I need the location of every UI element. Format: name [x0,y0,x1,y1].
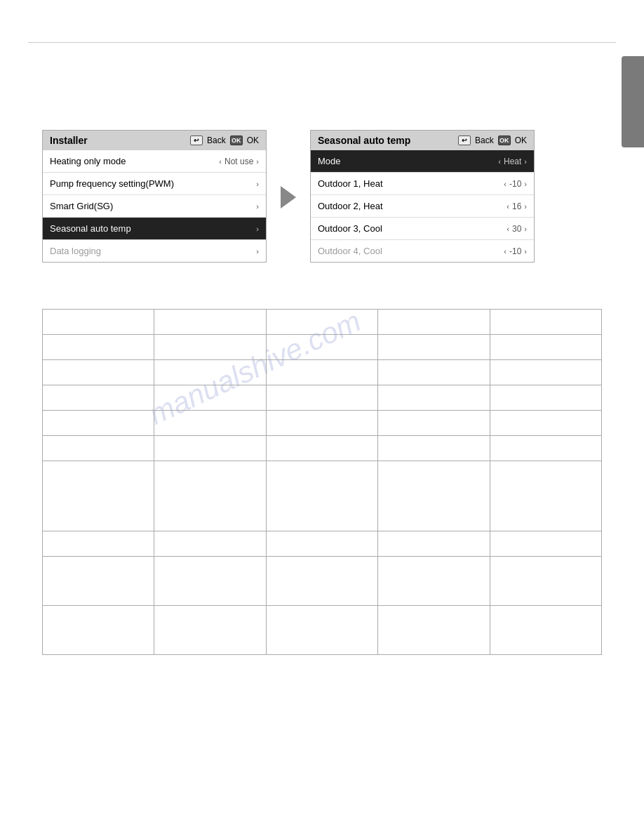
seasonal-row-label-outdoor3: Outdoor 3, Cool [318,223,382,234]
back-label: Back [207,135,226,145]
table-row [43,606,602,655]
right-sidebar-bar [622,56,644,147]
table-cell [154,461,266,531]
seasonal-row-value-outdoor4: ‹ -10 › [504,246,527,256]
table-cell [378,310,490,335]
installer-row-datalogging[interactable]: Data logging › [43,240,266,262]
installer-row-label-datalogging: Data logging [50,246,101,256]
table-cell [266,531,377,557]
table-cell [154,310,266,335]
table-cell [378,531,490,557]
installer-row-label-pump: Pump frequency setting(PWM) [50,178,174,189]
chevron-right-outdoor2: › [524,202,527,211]
table-row [43,461,602,531]
table-cell [490,310,601,335]
table-cell [490,557,601,606]
table-cell [490,531,601,557]
table-cell [43,411,154,436]
chevron-right-heating: › [256,157,259,166]
seasonal-row-outdoor1[interactable]: Outdoor 1, Heat ‹ -10 › [311,173,534,195]
table-cell [378,436,490,461]
top-divider [28,42,616,43]
seasonal-row-value-outdoor2: ‹ 16 › [507,201,527,211]
table-cell [266,606,377,655]
table-cell [490,335,601,360]
chevron-right-outdoor1: › [524,180,527,188]
chevron-left-outdoor1: ‹ [504,180,507,188]
installer-row-value-heating: ‹ Not use › [219,157,259,166]
table-cell [378,360,490,385]
table-row [43,310,602,335]
table-row [43,385,602,411]
installer-row-heating[interactable]: Heating only mode ‹ Not use › [43,150,266,173]
table-cell [43,310,154,335]
chevron-right-datalogging: › [256,247,259,256]
table-row [43,335,602,360]
chevron-left-outdoor2: ‹ [507,202,509,211]
seasonal-ok-icon[interactable]: OK [498,135,511,145]
table-cell [43,461,154,531]
chevron-right-pump: › [256,180,259,188]
chevron-right-smartgrid: › [256,202,259,211]
chevron-right-outdoor4: › [524,247,527,256]
table-cell [266,360,377,385]
installer-row-value-seasonal: › [256,225,259,233]
installer-row-label-smartgrid: Smart Grid(SG) [50,201,113,211]
installer-row-pump[interactable]: Pump frequency setting(PWM) › [43,173,266,195]
outdoor3-value: 30 [512,224,521,234]
data-table-container [42,309,602,655]
table-cell [266,461,377,531]
table-cell [154,531,266,557]
table-cell [490,411,601,436]
table-cell [378,606,490,655]
chevron-right-mode: › [524,157,527,166]
table-cell [43,606,154,655]
seasonal-panel-header: Seasonal auto temp ↩ Back OK OK [311,131,534,150]
table-cell [43,531,154,557]
table-cell [266,310,377,335]
ok-icon[interactable]: OK [230,135,243,145]
seasonal-row-label-outdoor1: Outdoor 1, Heat [318,178,383,189]
seasonal-row-label-outdoor4: Outdoor 4, Cool [318,246,382,256]
table-cell [266,557,377,606]
table-cell [490,606,601,655]
installer-row-value-pump: › [256,180,259,188]
chevron-left-mode: ‹ [498,157,501,166]
seasonal-row-value-outdoor1: ‹ -10 › [504,179,527,189]
outdoor4-value: -10 [509,246,521,256]
table-cell [154,411,266,436]
seasonal-row-outdoor2[interactable]: Outdoor 2, Heat ‹ 16 › [311,195,534,218]
table-row [43,557,602,606]
chevron-right-seasonal: › [256,225,259,233]
table-cell [490,385,601,411]
seasonal-row-value-mode: ‹ Heat › [498,157,527,166]
seasonal-header-controls: ↩ Back OK OK [458,135,527,145]
seasonal-row-mode[interactable]: Mode ‹ Heat › [311,150,534,173]
heating-value: Not use [224,157,253,166]
seasonal-back-label: Back [475,135,494,145]
table-row [43,411,602,436]
table-cell [154,606,266,655]
table-cell [266,436,377,461]
installer-row-smartgrid[interactable]: Smart Grid(SG) › [43,195,266,218]
table-cell [490,360,601,385]
seasonal-back-icon[interactable]: ↩ [458,135,471,145]
ok-label: OK [247,135,259,145]
table-row [43,531,602,557]
back-icon[interactable]: ↩ [190,135,203,145]
installer-title: Installer [50,135,88,146]
table-row [43,360,602,385]
table-cell [154,360,266,385]
table-cell [378,461,490,531]
seasonal-row-outdoor4[interactable]: Outdoor 4, Cool ‹ -10 › [311,240,534,262]
mode-value: Heat [504,157,521,166]
table-cell [490,461,601,531]
table-cell [154,385,266,411]
installer-row-value-smartgrid: › [256,202,259,211]
installer-header-controls: ↩ Back OK OK [190,135,259,145]
installer-panel-header: Installer ↩ Back OK OK [43,131,266,150]
seasonal-row-outdoor3[interactable]: Outdoor 3, Cool ‹ 30 › [311,218,534,240]
installer-row-seasonal[interactable]: Seasonal auto temp › [43,218,266,240]
table-row [43,436,602,461]
table-cell [43,436,154,461]
